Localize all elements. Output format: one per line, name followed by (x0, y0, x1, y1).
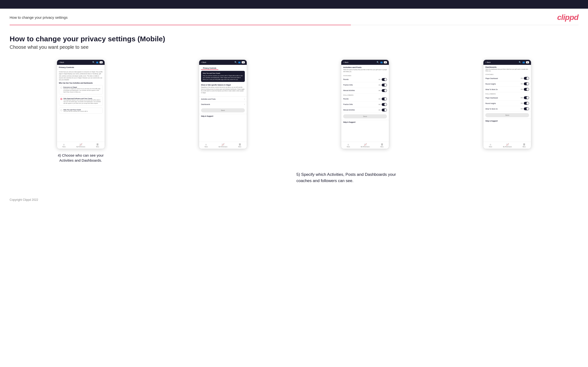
logo: clippd (557, 13, 578, 22)
toggle-coaches-player-dash-switch[interactable] (524, 77, 529, 80)
save-button-3[interactable]: Save (343, 114, 387, 118)
radio-circle-1 (60, 87, 62, 89)
back-button-3[interactable]: < Back (343, 61, 348, 63)
nav-home-1[interactable]: ⌂ Home (62, 143, 65, 148)
nav-performance-4[interactable]: 📈 My Performance (503, 143, 512, 148)
help-support-2: Help & Support (199, 114, 247, 118)
toggle-coaches-drills-switch[interactable] (382, 83, 387, 86)
home-icon-1: ⌂ (63, 143, 65, 146)
nav-home-2[interactable]: ⌂ Home (204, 143, 208, 148)
nav-home-4[interactable]: ⌂ Home (489, 143, 492, 148)
followers-section-label-4: FOLLOWERS (483, 92, 531, 95)
privacy-desc-1: Control how you and your data appears to… (59, 71, 103, 81)
phone-group-3: < Back 🔍 👥 ⊕ Activities and Posts Select… (294, 59, 436, 149)
nav-home-3[interactable]: ⌂ Home (347, 143, 350, 148)
performance-icon-4: 📈 (506, 143, 509, 146)
people-icon-4[interactable]: 👥 (522, 61, 525, 63)
activities-posts-title: Activities and Posts (341, 65, 389, 69)
search-icon-1[interactable]: 🔍 (92, 61, 95, 63)
menu-icon-3: ☰ (381, 143, 383, 146)
phone-2-bottom-nav: ⌂ Home 📈 My Performance ☰ Menu (199, 142, 247, 149)
caption-4: 4) Choose who can see your Activities an… (54, 153, 107, 163)
phone-1-header: < Back 🔍 👥 ⊕ (57, 60, 105, 65)
search-icon-4[interactable]: 🔍 (519, 61, 521, 63)
toggle-followers-manual-switch[interactable] (382, 108, 387, 111)
caption-5: 5) Specify which Activities, Posts and D… (296, 172, 398, 184)
nav-menu-4[interactable]: ☰ Menu (523, 143, 526, 148)
back-button-2[interactable]: < Back (201, 61, 206, 63)
save-button-4[interactable]: Save (485, 113, 529, 117)
back-button-1[interactable]: < Back (59, 61, 64, 63)
show-hide-section: Show or hide specific features in Clippd… (199, 83, 247, 96)
menu-icon-1: ☰ (96, 143, 99, 146)
help-support-3: Help & Support (341, 120, 389, 124)
mockups-row: < Back 🔍 👥 ⊕ Privacy Controls Control ho… (10, 59, 578, 163)
search-icon-2[interactable]: 🔍 (234, 61, 237, 63)
menu-dashboards[interactable]: Dashboards › (199, 102, 247, 107)
privacy-title-bar-1: Privacy Controls (57, 65, 105, 70)
toggle-followers-drills: Practice Drills ON (341, 102, 389, 107)
chevron-down-icon-2[interactable]: ⊕ (242, 61, 245, 63)
radio-everyone[interactable]: Everyone on Clippd Everyone on Clippd ca… (59, 85, 103, 94)
tooltip-box: Only You and Your Coach Only you and the… (201, 71, 245, 82)
privacy-controls-tab[interactable]: Privacy Controls (201, 66, 218, 70)
nav-performance-2[interactable]: 📈 My Performance (219, 143, 227, 148)
phone-4-bottom-nav: ⌂ Home 📈 My Performance ☰ Menu (483, 142, 531, 149)
people-icon-3[interactable]: 👥 (380, 61, 383, 63)
phone-3-bottom-nav: ⌂ Home 📈 My Performance ☰ Menu (341, 142, 389, 149)
phone-2-header: < Back 🔍 👥 ⊕ (199, 60, 247, 65)
phone-group-1: < Back 🔍 👥 ⊕ Privacy Controls Control ho… (10, 59, 152, 163)
home-icon-4: ⌂ (490, 143, 491, 146)
privacy-body-1: Control how you and your data appears to… (57, 70, 105, 117)
toggle-followers-rounds-switch[interactable] (382, 98, 387, 100)
save-button-2[interactable]: Save (201, 108, 245, 112)
captions-row: 5) Specify which Activities, Posts and D… (10, 163, 578, 184)
toggle-coaches-rounds-switch[interactable] (382, 78, 387, 81)
back-button-4[interactable]: < Back (485, 61, 491, 63)
page-heading: How to change your privacy settings (Mob… (10, 35, 578, 43)
toggle-coaches-what-to-work-switch[interactable] (524, 88, 529, 91)
caption-spacer (10, 163, 292, 184)
phone-group-2: < Back 🔍 👥 ⊕ Privacy Controls (152, 59, 294, 149)
toggle-followers-round-insights: Round Insights ON (483, 101, 531, 106)
people-icon-2[interactable]: 👥 (238, 61, 241, 63)
search-icon-3[interactable]: 🔍 (377, 61, 379, 63)
toggle-followers-drills-switch[interactable] (382, 103, 387, 106)
radio-approved[interactable]: Only Approved Followers and Your Coach O… (59, 96, 103, 106)
copyright: Copyright Clippd 2022 (0, 191, 588, 206)
who-can-see-title: Who Can See Your Activities and Dashboar… (59, 82, 103, 84)
top-bar (0, 0, 588, 9)
performance-icon-1: 📈 (79, 143, 82, 146)
menu-activities[interactable]: Activities and Posts › (199, 96, 247, 102)
toggle-coaches-round-insights-switch[interactable] (524, 82, 529, 85)
help-support-4: Help & Support (483, 119, 531, 123)
toggle-coaches-what-to-work: What To Work On ON (483, 87, 531, 92)
home-icon-3: ⌂ (347, 143, 349, 146)
home-icon-2: ⌂ (205, 143, 207, 146)
chevron-right-dashboards: › (244, 103, 245, 105)
header-title: How to change your privacy settings (10, 15, 68, 19)
page-subheading: Choose what you want people to see (10, 44, 578, 50)
radio-desc-3: Only you and the coaches you connect wit… (63, 110, 88, 112)
nav-menu-1[interactable]: ☰ Menu (96, 143, 99, 148)
chevron-down-icon-4[interactable]: ⊕ (526, 61, 529, 63)
toggle-coaches-rounds: Rounds ON (341, 77, 389, 82)
toggle-followers-what-to-work-switch[interactable] (524, 107, 529, 110)
nav-menu-2[interactable]: ☰ Menu (238, 143, 242, 148)
toggle-followers-player-dash-switch[interactable] (524, 96, 529, 99)
people-icon-1[interactable]: 👥 (96, 61, 98, 63)
nav-menu-3[interactable]: ☰ Menu (380, 143, 384, 148)
phone-4-header: < Back 🔍 👥 ⊕ (483, 60, 531, 65)
toggle-followers-player-dash: Player Dashboard ON (483, 95, 531, 101)
chevron-down-icon-1[interactable]: ⊕ (100, 61, 103, 63)
nav-performance-3[interactable]: 📈 My Performance (361, 143, 370, 148)
toggle-coaches-manual-switch[interactable] (382, 89, 387, 92)
main-content: How to change your privacy settings (Mob… (0, 25, 588, 191)
radio-desc-1: Everyone on Clippd can search for you an… (63, 88, 101, 93)
chevron-down-icon-3[interactable]: ⊕ (384, 61, 387, 63)
radio-only-you[interactable]: Only You and Your Coach Only you and the… (59, 108, 103, 114)
toggle-followers-round-insights-switch[interactable] (524, 102, 529, 105)
tooltip-title: Only You and Your Coach (203, 72, 243, 75)
followers-section-label: FOLLOWERS (341, 93, 389, 96)
nav-performance-1[interactable]: 📈 My Performance (77, 143, 85, 148)
